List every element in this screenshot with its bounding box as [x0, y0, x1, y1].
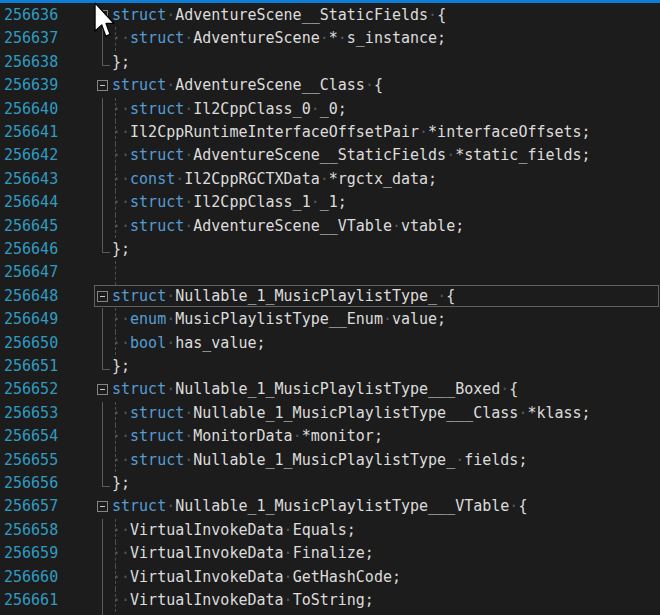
- code-editor-pane[interactable]: 256636struct·AdventureScene__StaticField…: [0, 3, 660, 615]
- whitespace-dot: ·: [184, 404, 193, 422]
- code-line[interactable]: 256638};: [0, 51, 660, 74]
- identifier-token: {: [518, 497, 527, 515]
- whitespace-dot: ··: [112, 521, 130, 539]
- code-line[interactable]: 256648struct·Nullable_1_MusicPlaylistTyp…: [0, 285, 660, 308]
- code-text[interactable]: ··struct·Il2CppClass_1·_1;: [112, 191, 347, 214]
- line-number: 256642: [4, 144, 62, 167]
- code-line[interactable]: 256641··Il2CppRuntimeInterfaceOffsetPair…: [0, 121, 660, 144]
- line-number: 256639: [4, 74, 62, 97]
- code-text[interactable]: ··VirtualInvokeData·ToString;: [112, 589, 374, 612]
- code-line[interactable]: 256659··VirtualInvokeData·Finalize;: [0, 542, 660, 565]
- code-text[interactable]: ··struct·AdventureScene__StaticFields·*s…: [112, 144, 591, 167]
- identifier-token: {: [374, 76, 383, 94]
- code-text[interactable]: ··struct·AdventureScene__VTable·vtable;: [112, 215, 464, 238]
- code-text[interactable]: ··Il2CppRuntimeInterfaceOffsetPair·*inte…: [112, 121, 591, 144]
- code-text[interactable]: struct·AdventureScene__StaticFields·{: [112, 4, 446, 27]
- code-line[interactable]: 256655··struct·Nullable_1_MusicPlaylistT…: [0, 449, 660, 472]
- code-line[interactable]: 256661··VirtualInvokeData·ToString;: [0, 589, 660, 612]
- code-text[interactable]: };: [112, 355, 130, 378]
- code-line[interactable]: 256649··enum·MusicPlaylistType__Enum·val…: [0, 308, 660, 331]
- fold-scope-line: [102, 402, 103, 425]
- code-text[interactable]: ··struct·MonitorData·*monitor;: [112, 425, 383, 448]
- code-text[interactable]: struct·Nullable_1_MusicPlaylistType_·{: [112, 285, 455, 308]
- identifier-token: MonitorData: [193, 427, 292, 445]
- fold-scope-line: [102, 98, 103, 121]
- identifier-token: s_instance;: [347, 29, 446, 47]
- whitespace-dot: ··: [112, 146, 130, 164]
- identifier-token: Equals;: [293, 521, 356, 539]
- fold-scope-line: [102, 589, 103, 612]
- keyword-token: struct: [112, 76, 166, 94]
- whitespace-dot: ·: [311, 100, 320, 118]
- line-number: 256658: [4, 519, 62, 542]
- fold-scope-line: [102, 191, 103, 214]
- code-text[interactable]: ··struct·Nullable_1_MusicPlaylistType_·f…: [112, 449, 527, 472]
- code-text[interactable]: };: [112, 472, 130, 495]
- code-line[interactable]: 256643··const·Il2CppRGCTXData·*rgctx_dat…: [0, 168, 660, 191]
- line-number: 256653: [4, 402, 62, 425]
- fold-collapse-icon[interactable]: [97, 80, 108, 91]
- code-line[interactable]: 256647: [0, 261, 660, 284]
- code-line[interactable]: 256658··VirtualInvokeData·Equals;: [0, 519, 660, 542]
- code-text[interactable]: };: [112, 51, 130, 74]
- whitespace-dot: ··: [112, 568, 130, 586]
- whitespace-dot: ·: [284, 591, 293, 609]
- fold-scope-line: [102, 144, 103, 167]
- line-number: 256641: [4, 121, 62, 144]
- whitespace-dot: ·: [320, 29, 329, 47]
- line-number: 256651: [4, 355, 62, 378]
- line-number: 256646: [4, 238, 62, 261]
- whitespace-dot: ·: [284, 568, 293, 586]
- fold-scope-line: [102, 519, 103, 542]
- whitespace-dot: ·: [184, 217, 193, 235]
- fold-collapse-icon[interactable]: [97, 291, 108, 302]
- code-text[interactable]: struct·Nullable_1_MusicPlaylistType___VT…: [112, 495, 527, 518]
- code-line[interactable]: 256642··struct·AdventureScene__StaticFie…: [0, 144, 660, 167]
- code-line[interactable]: 256651};: [0, 355, 660, 378]
- identifier-token: Nullable_1_MusicPlaylistType_: [175, 287, 437, 305]
- whitespace-dot: ·: [446, 146, 455, 164]
- identifier-token: VirtualInvokeData: [130, 591, 284, 609]
- code-text[interactable]: ··VirtualInvokeData·Finalize;: [112, 542, 374, 565]
- code-text[interactable]: struct·Nullable_1_MusicPlaylistType___Bo…: [112, 378, 518, 401]
- line-number: 256640: [4, 98, 62, 121]
- code-text[interactable]: ··VirtualInvokeData·GetHashCode;: [112, 566, 401, 589]
- minus-glyph: [100, 296, 105, 297]
- code-line[interactable]: 256640··struct·Il2CppClass_0·_0;: [0, 98, 660, 121]
- fold-collapse-icon[interactable]: [97, 384, 108, 395]
- code-text[interactable]: ··struct·Nullable_1_MusicPlaylistType___…: [112, 402, 591, 425]
- whitespace-dot: ··: [112, 427, 130, 445]
- code-line[interactable]: 256654··struct·MonitorData·*monitor;: [0, 425, 660, 448]
- identifier-token: AdventureScene: [193, 29, 319, 47]
- code-line[interactable]: 256645··struct·AdventureScene__VTable·vt…: [0, 215, 660, 238]
- keyword-token: struct: [130, 451, 184, 469]
- code-text[interactable]: struct·AdventureScene__Class·{: [112, 74, 383, 97]
- code-line[interactable]: 256639struct·AdventureScene__Class·{: [0, 74, 660, 97]
- code-text[interactable]: ··struct·Il2CppClass_0·_0;: [112, 98, 347, 121]
- whitespace-dot: ··: [112, 451, 130, 469]
- code-line[interactable]: 256657struct·Nullable_1_MusicPlaylistTyp…: [0, 495, 660, 518]
- identifier-token: {: [446, 287, 455, 305]
- whitespace-dot: ·: [455, 451, 464, 469]
- code-text[interactable]: ··VirtualInvokeData·Equals;: [112, 519, 356, 542]
- code-line[interactable]: 256644··struct·Il2CppClass_1·_1;: [0, 191, 660, 214]
- line-number: 256643: [4, 168, 62, 191]
- code-line[interactable]: 256660··VirtualInvokeData·GetHashCode;: [0, 566, 660, 589]
- code-text[interactable]: ··bool·has_value;: [112, 332, 266, 355]
- fold-collapse-icon[interactable]: [97, 501, 108, 512]
- line-number: 256645: [4, 215, 62, 238]
- line-number: 256636: [4, 4, 62, 27]
- code-text[interactable]: ··const·Il2CppRGCTXData·*rgctx_data;: [112, 168, 437, 191]
- keyword-token: enum: [130, 310, 166, 328]
- code-line[interactable]: 256656};: [0, 472, 660, 495]
- code-line[interactable]: 256652struct·Nullable_1_MusicPlaylistTyp…: [0, 378, 660, 401]
- line-number: 256656: [4, 472, 62, 495]
- code-text[interactable]: ··struct·AdventureScene·*·s_instance;: [112, 27, 446, 50]
- code-text[interactable]: };: [112, 238, 130, 261]
- keyword-token: bool: [130, 334, 166, 352]
- code-line[interactable]: 256650··bool·has_value;: [0, 332, 660, 355]
- code-line[interactable]: 256646};: [0, 238, 660, 261]
- identifier-token: MusicPlaylistType__Enum: [175, 310, 383, 328]
- code-text[interactable]: ··enum·MusicPlaylistType__Enum·value;: [112, 308, 446, 331]
- code-line[interactable]: 256653··struct·Nullable_1_MusicPlaylistT…: [0, 402, 660, 425]
